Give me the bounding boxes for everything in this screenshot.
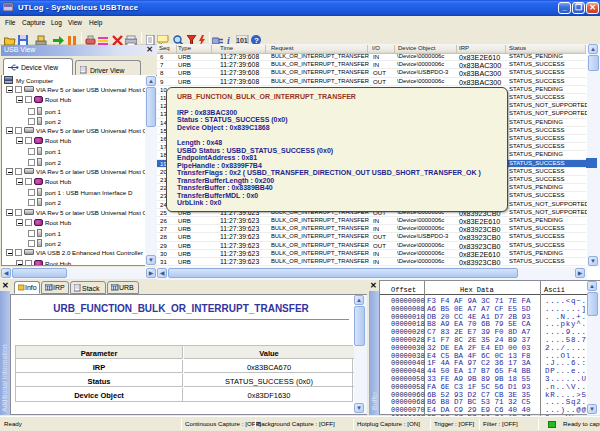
svg-text:101: 101 — [236, 37, 248, 44]
